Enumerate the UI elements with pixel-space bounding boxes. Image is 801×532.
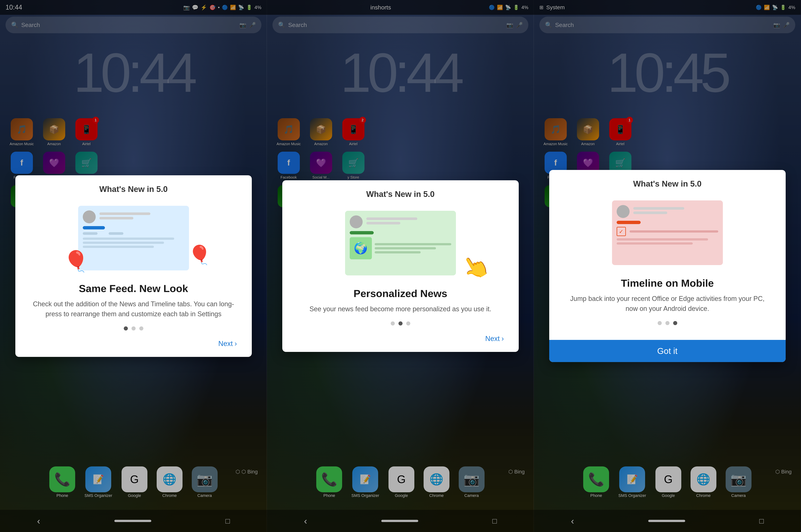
illustration-2: 🌍 👆	[293, 206, 508, 280]
chevron-right-icon-1: ›	[235, 340, 237, 348]
pagination-dots-2	[391, 321, 410, 325]
dot-1-2	[132, 326, 136, 330]
dot-1-1	[124, 326, 128, 330]
pagination-dots-3	[657, 321, 677, 325]
dot-3-1	[657, 321, 662, 325]
illustration-1: 🎈 🎈	[26, 201, 241, 275]
modal-overlay-2: What's New in 5.0	[267, 0, 534, 532]
modal-heading-3: Timeline on Mobile	[621, 277, 714, 289]
modal-title-1: What's New in 5.0	[99, 185, 168, 194]
illustration-3: ✓	[560, 196, 775, 270]
modal-body-2: See your news feed become more personali…	[306, 304, 495, 314]
dot-2-3	[406, 321, 410, 325]
modal-body-1: Check out the addition of the News and T…	[26, 299, 241, 319]
modal-2: What's New in 5.0	[282, 180, 519, 352]
modal-1: What's New in 5.0	[15, 175, 252, 357]
next-button-2[interactable]: Next ›	[482, 333, 508, 344]
next-button-1[interactable]: Next ›	[215, 338, 241, 349]
modal-title-3: What's New in 5.0	[633, 179, 702, 188]
red-balloon-icon: 🎈	[63, 249, 89, 273]
modal-heading-2: Personalized News	[354, 287, 447, 300]
modal-title-2: What's New in 5.0	[366, 190, 435, 199]
got-it-button[interactable]: Got it	[549, 340, 786, 362]
dot-3-3	[673, 321, 677, 325]
modal-3: What's New in 5.0 ✓	[549, 170, 786, 362]
panel-2: 10:44 inshorts 🔵 📶 📡 🔋 4% 🔍 Search 📷 🎤 🎵…	[267, 0, 534, 532]
panel-1: 10:44 10:44 📷 💬 ⚡ 🎯 • 🔵 📶 📡 🔋 4% 🔍 Searc…	[0, 0, 267, 532]
pagination-dots-1	[124, 326, 144, 330]
dot-2-1	[391, 321, 395, 325]
panel-3: 10:45 ⊞ System 🔵 📶 📡 🔋 4% 🔍 Search 📷 🎤 🎵…	[534, 0, 801, 532]
dot-1-3	[139, 326, 144, 330]
modal-body-3: Jump back into your recent Office or Edg…	[560, 294, 775, 314]
modal-overlay-3: What's New in 5.0 ✓	[534, 0, 801, 532]
chevron-right-icon-2: ›	[501, 335, 504, 343]
modal-overlay-1: What's New in 5.0	[0, 0, 267, 532]
dot-2-2	[399, 321, 402, 325]
hand-pointer-icon: 👆	[457, 249, 494, 285]
green-balloon-icon: 🎈	[188, 244, 211, 266]
dot-3-2	[665, 321, 669, 325]
modal-heading-1: Same Feed. New Look	[79, 282, 188, 294]
